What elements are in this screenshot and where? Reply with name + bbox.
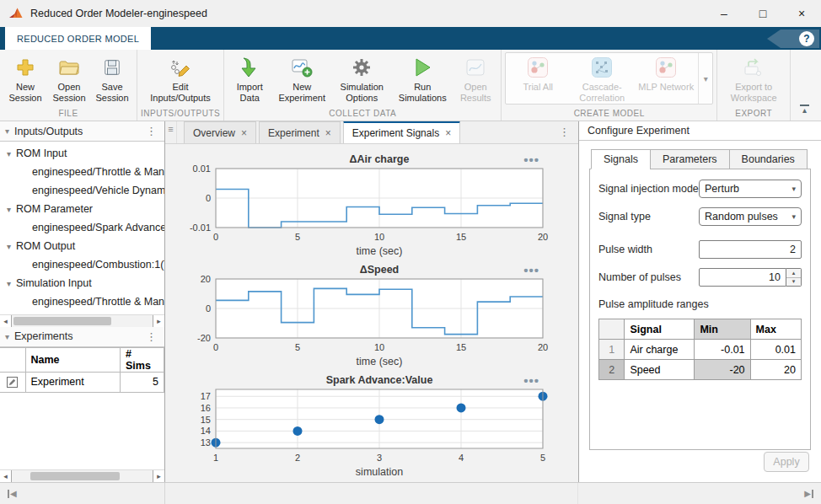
tree-item[interactable]: enginespeed/Throttle & Manif (0, 163, 164, 181)
experiment-row[interactable]: Experiment 5 (0, 372, 164, 392)
tree-item[interactable]: ▾ROM Parameter (0, 200, 164, 218)
tab-experiment[interactable]: Experiment × (259, 121, 341, 143)
svg-text:0: 0 (213, 342, 218, 352)
tree-item[interactable]: ▾ROM Output (0, 237, 164, 255)
ribbon-group-export: Export to Workspace EXPORT (717, 50, 791, 121)
tree-item[interactable]: ▾ROM Input (0, 144, 164, 163)
collapse-left-panel-button[interactable]: ◀ (8, 489, 17, 498)
svg-text:simulation: simulation (356, 466, 403, 478)
amp-min-cell[interactable]: -20 (695, 360, 750, 380)
svg-text:-0.01: -0.01 (190, 223, 211, 233)
open-session-button[interactable]: Open Session (47, 52, 91, 104)
new-experiment-button[interactable]: New Experiment (271, 52, 332, 104)
collapse-panel-icon[interactable]: ▾ (5, 126, 9, 136)
svg-text:0.01: 0.01 (193, 164, 211, 174)
tab-experiment-signals[interactable]: Experiment Signals × (343, 121, 460, 143)
spinner-up-button[interactable]: ▴ (786, 269, 801, 278)
cascade-correlation-button[interactable]: Cascade-Correlation (570, 53, 634, 104)
amp-min-cell[interactable]: -0.01 (695, 340, 750, 360)
chart-options-button[interactable]: ••• (523, 263, 539, 277)
experiment-name-cell[interactable]: Experiment (25, 372, 121, 392)
amp-row-speed[interactable]: 2 Speed -20 20 (599, 360, 802, 380)
tree-item[interactable]: enginespeed/Throttle & Manif (0, 292, 164, 311)
trial-all-button[interactable]: Trial All (506, 53, 570, 104)
number-of-pulses-label: Number of pulses (598, 271, 699, 283)
panel-menu-icon[interactable]: ⋮ (143, 125, 159, 137)
spinner-down-button[interactable]: ▾ (786, 278, 801, 287)
ribbon-group-inputs-outputs: Edit Inputs/Outputs INPUTS/OUTPUTS (137, 50, 224, 121)
scroll-left-icon[interactable]: ◂ (0, 470, 12, 482)
mlp-network-button[interactable]: MLP Network (634, 53, 698, 104)
inputs-outputs-panel-header: ▾ Inputs/Outputs ⋮ (0, 121, 164, 142)
new-session-button[interactable]: New Session (3, 52, 47, 104)
signal-injection-mode-dropdown[interactable]: Perturb ▾ (699, 180, 802, 198)
tree-item[interactable]: enginespeed/Spark Advance: (0, 218, 164, 237)
svg-text:ΔSpeed: ΔSpeed (360, 264, 400, 276)
amp-signal-cell[interactable]: Speed (625, 360, 695, 380)
collapse-panel-icon[interactable]: ▾ (5, 332, 9, 341)
chart-options-button[interactable]: ••• (523, 153, 539, 167)
svg-text:0: 0 (206, 303, 211, 314)
edit-row-pencil-icon[interactable] (7, 377, 18, 388)
tab-bar-menu-icon[interactable]: ⋮ (559, 126, 578, 143)
close-tab-icon[interactable]: × (325, 127, 331, 139)
status-bar-right: ▶ (578, 483, 821, 504)
amp-max-cell[interactable]: 0.01 (750, 340, 801, 360)
expander-icon[interactable]: ▾ (7, 279, 11, 288)
chart-options-button[interactable]: ••• (523, 373, 539, 388)
maximize-button[interactable]: □ (743, 0, 782, 27)
panel-grip-icon[interactable]: ≡ (165, 121, 177, 143)
tab-overview[interactable]: Overview × (184, 121, 256, 143)
import-data-button[interactable]: Import Data (228, 52, 271, 104)
ribbon-toolbar: New Session Open Session Save Session FI… (0, 50, 821, 121)
expander-icon[interactable]: ▾ (7, 205, 11, 214)
open-results-button[interactable]: Open Results (453, 52, 497, 104)
scroll-right-icon[interactable]: ▸ (153, 315, 164, 327)
edit-inputs-outputs-button[interactable]: Edit Inputs/Outputs (141, 52, 220, 104)
collapse-right-panel-button[interactable]: ▶ (804, 489, 813, 498)
expander-icon[interactable]: ▾ (7, 149, 11, 158)
close-tab-icon[interactable]: × (445, 127, 451, 139)
apply-button[interactable]: Apply (764, 452, 809, 472)
run-simulations-button[interactable]: Run Simulations (391, 52, 453, 104)
expander-icon[interactable]: ▾ (7, 242, 11, 251)
horizontal-scrollbar[interactable]: ◂ ▸ (0, 314, 164, 327)
experiment-sims-cell[interactable]: 5 (121, 372, 164, 392)
title-bar: Reduced Order Modeler-enginespeed – □ × (0, 0, 821, 27)
panel-menu-icon[interactable]: ⋮ (143, 330, 159, 343)
scroll-left-icon[interactable]: ◂ (0, 315, 12, 327)
export-to-workspace-button[interactable]: Export to Workspace (721, 52, 786, 104)
save-session-button[interactable]: Save Session (91, 52, 133, 104)
tab-parameters[interactable]: Parameters (650, 149, 729, 169)
edit-pencil-icon (169, 55, 191, 80)
chevron-down-icon: ▾ (791, 212, 796, 221)
gallery-dropdown-arrow[interactable]: ▾ (698, 53, 712, 104)
close-tab-icon[interactable]: × (241, 127, 247, 139)
tab-signals[interactable]: Signals (591, 149, 650, 169)
scrollbar-thumb[interactable] (30, 472, 120, 480)
ribbon-tab-reduced-order-model[interactable]: REDUCED ORDER MODEL (5, 27, 151, 50)
tab-boundaries[interactable]: Boundaries (729, 149, 808, 169)
configure-experiment-panel: Configure Experiment Signals Parameters … (578, 121, 821, 482)
pulse-width-input[interactable] (699, 240, 802, 259)
tree-item[interactable]: enginespeed/Vehicle Dynami (0, 181, 164, 200)
amp-signal-cell[interactable]: Air charge (625, 340, 695, 360)
horizontal-scrollbar[interactable]: ◂ ▸ (0, 469, 164, 482)
tree-item[interactable]: enginespeed/Combustion:1(T (0, 255, 164, 274)
help-icon[interactable]: ? (799, 31, 814, 46)
close-button[interactable]: × (782, 0, 821, 27)
scrollbar-thumb[interactable] (13, 317, 111, 325)
svg-text:5: 5 (295, 342, 300, 352)
scroll-right-icon[interactable]: ▸ (153, 470, 164, 482)
collapse-ribbon-button[interactable]: ▴ (800, 105, 809, 114)
tree-item[interactable]: ▾Simulation Input (0, 274, 164, 292)
amp-row-air-charge[interactable]: 1 Air charge -0.01 0.01 (599, 340, 802, 360)
svg-text:1: 1 (213, 453, 218, 463)
amp-max-cell[interactable]: 20 (750, 360, 801, 380)
document-tab-bar: ≡ Overview × Experiment × Experiment Sig… (165, 121, 578, 144)
minimize-button[interactable]: – (705, 0, 743, 27)
signal-type-dropdown[interactable]: Random pulses ▾ (699, 207, 802, 226)
number-of-pulses-input[interactable] (699, 268, 786, 287)
experiments-table: Name # Sims Experiment 5 (0, 347, 164, 469)
simulation-options-button[interactable]: Simulation Options (332, 52, 391, 104)
